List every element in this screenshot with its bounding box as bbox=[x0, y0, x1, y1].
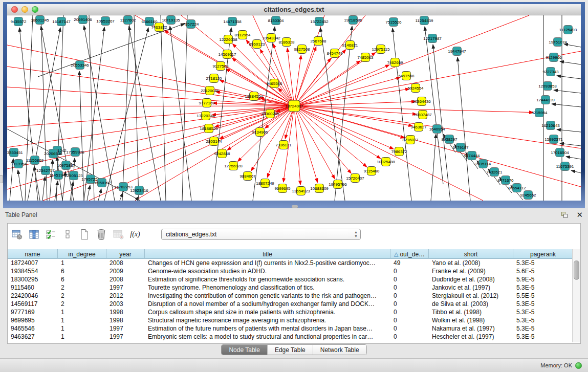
table-cell: 5.3E-5 bbox=[513, 300, 573, 308]
table-cell: 1997 bbox=[106, 333, 145, 341]
row-height-icon[interactable] bbox=[61, 228, 74, 240]
graph-edge bbox=[294, 106, 300, 185]
panel-collapse-handle[interactable] bbox=[0, 175, 3, 183]
close-panel-icon[interactable]: ✕ bbox=[576, 212, 583, 218]
column-header-out_de[interactable]: △out_de… bbox=[390, 249, 429, 259]
window-title: citations_edges.txt bbox=[7, 6, 581, 13]
graph-edge bbox=[87, 185, 90, 201]
table-cell: 1997 bbox=[106, 283, 145, 292]
column-header-title[interactable]: title bbox=[145, 249, 390, 259]
graph-node-label: 8938297 bbox=[441, 137, 458, 142]
column-header-in_degree[interactable]: in_degree bbox=[58, 249, 106, 259]
graph-node-label: 6497568 bbox=[398, 74, 415, 78]
graph-edge bbox=[122, 15, 130, 201]
graph-edge bbox=[104, 28, 148, 201]
table-cell: 0 bbox=[390, 283, 429, 292]
graph-node-label: 8216077 bbox=[402, 138, 419, 142]
graph-node-label: 9777169 bbox=[199, 101, 215, 105]
graph-node-label: 9699695 bbox=[274, 186, 291, 191]
table-cell: 14569117 bbox=[8, 300, 58, 308]
table-selector-dropdown[interactable]: citations_edges.txt ▲▼ bbox=[161, 229, 361, 240]
close-window-button[interactable] bbox=[11, 6, 18, 13]
new-table-icon[interactable] bbox=[78, 228, 91, 240]
table-cell: Disruption of a novel member of a sodium… bbox=[145, 300, 390, 308]
graph-edge bbox=[84, 26, 115, 201]
table-cell: 9777169 bbox=[8, 308, 58, 316]
table-settings-icon[interactable] bbox=[11, 228, 23, 240]
table-cell: 5.3E-5 bbox=[513, 283, 573, 292]
graph-edge bbox=[431, 134, 436, 201]
table-cell: Nakamura et al. (1997) bbox=[429, 324, 513, 333]
table-cell: Hescheler et al. (1997) bbox=[429, 333, 513, 341]
graph-node-label: 1327602 bbox=[120, 18, 136, 23]
table-cell: 49 bbox=[390, 259, 429, 267]
graph-edge bbox=[134, 15, 139, 201]
select-columns-icon[interactable] bbox=[45, 228, 57, 240]
float-panel-icon[interactable] bbox=[561, 212, 568, 218]
graph-node-label: 13350451 bbox=[7, 150, 23, 155]
table-cell: Investigating the contribution of common… bbox=[145, 292, 390, 300]
graph-node-label: 20364436 bbox=[412, 99, 431, 104]
graph-node-label: 10719135 bbox=[162, 18, 180, 23]
network-graph-canvas[interactable]: 1222605889129548960123105433428186328982… bbox=[7, 15, 581, 201]
graph-node-label: 9245652 bbox=[520, 193, 536, 198]
graph-node-label: 6466160 bbox=[141, 19, 158, 24]
table-cell: 0 bbox=[390, 324, 429, 333]
graph-edge bbox=[294, 77, 400, 106]
graph-edge bbox=[182, 15, 187, 201]
column-header-pagerank[interactable]: pagerank bbox=[513, 249, 573, 259]
column-header-name[interactable]: name bbox=[8, 249, 58, 259]
show-column-icon[interactable] bbox=[28, 228, 40, 240]
table-cell: 9463627 bbox=[8, 333, 58, 341]
table-row[interactable]: 1830029562008Estimation of significance … bbox=[8, 275, 573, 283]
graph-node-label: 12093853 bbox=[538, 84, 557, 89]
window-titlebar[interactable]: citations_edges.txt bbox=[7, 4, 581, 15]
minimize-window-button[interactable] bbox=[21, 6, 28, 13]
graph-edge bbox=[458, 57, 470, 201]
table-row[interactable]: 946362711997Embryonic stem cells: a mode… bbox=[8, 333, 573, 341]
table-row[interactable]: 946554611997Estimation of the future num… bbox=[8, 324, 573, 333]
table-header-row: namein_degreeyeartitle△out_de…shortpager… bbox=[8, 249, 573, 259]
table-row[interactable]: 1938455462009Genome-wide association stu… bbox=[8, 267, 573, 275]
graph-edge bbox=[564, 44, 581, 47]
traffic-lights bbox=[11, 6, 38, 13]
graph-node-label: 12226058 bbox=[219, 37, 237, 42]
table-cell: 0 bbox=[390, 316, 429, 324]
graph-node-label: 14569117 bbox=[219, 52, 237, 57]
table-cell: 1 bbox=[58, 259, 106, 267]
table-row[interactable]: 1872400712008Changes of HCN gene express… bbox=[8, 259, 573, 267]
column-header-year[interactable]: year bbox=[106, 249, 145, 259]
graph-edge bbox=[253, 15, 294, 106]
zoom-window-button[interactable] bbox=[32, 6, 38, 13]
tab-edge-table[interactable]: Edge Table bbox=[268, 345, 313, 355]
vertical-scrollbar[interactable] bbox=[572, 249, 580, 342]
delete-table-icon[interactable] bbox=[95, 228, 107, 240]
scrollbar-thumb[interactable] bbox=[574, 260, 579, 280]
graph-edge bbox=[260, 49, 294, 106]
graph-node-label: 12217987 bbox=[423, 36, 442, 41]
graph-node-label: 9435572 bbox=[10, 19, 27, 24]
table-panel: Table Panel ✕ bbox=[0, 208, 588, 358]
graph-node-label: 2667608 bbox=[310, 39, 326, 43]
split-divider-handle[interactable] bbox=[292, 205, 298, 208]
tab-network-table[interactable]: Network Table bbox=[313, 345, 366, 355]
graph-node-label: 10807487 bbox=[413, 113, 432, 117]
graph-node-label: 8471676 bbox=[497, 178, 514, 183]
function-builder-icon[interactable]: f(x) bbox=[129, 228, 141, 240]
graph-edge bbox=[273, 43, 294, 106]
graph-node-label: 7485063 bbox=[357, 55, 374, 60]
graph-node-label: 18300295 bbox=[261, 112, 279, 116]
graph-node-label: 20206536 bbox=[44, 151, 62, 156]
node-table-card: f(x) citations_edges.txt ▲▼ namein_degre… bbox=[7, 223, 581, 344]
table-row[interactable]: 977716911998Corpus callosum shape and si… bbox=[8, 308, 573, 316]
table-row[interactable]: 969969511998Structural magnetic resonanc… bbox=[8, 316, 573, 324]
import-table-icon[interactable] bbox=[112, 228, 124, 240]
table-row[interactable]: 911546021997Tourette syndrome. Phenomeno… bbox=[8, 283, 573, 292]
graph-node-label: 14671358 bbox=[223, 19, 242, 24]
table-selector-value: citations_edges.txt bbox=[166, 231, 216, 238]
tab-node-table[interactable]: Node Table bbox=[222, 345, 268, 355]
memory-status-label: Memory: OK bbox=[540, 362, 572, 368]
column-header-short[interactable]: short bbox=[429, 249, 513, 259]
table-row[interactable]: 1456911722003Disruption of a novel membe… bbox=[8, 300, 573, 308]
table-row[interactable]: 2242004622012Investigating the contribut… bbox=[8, 292, 573, 300]
